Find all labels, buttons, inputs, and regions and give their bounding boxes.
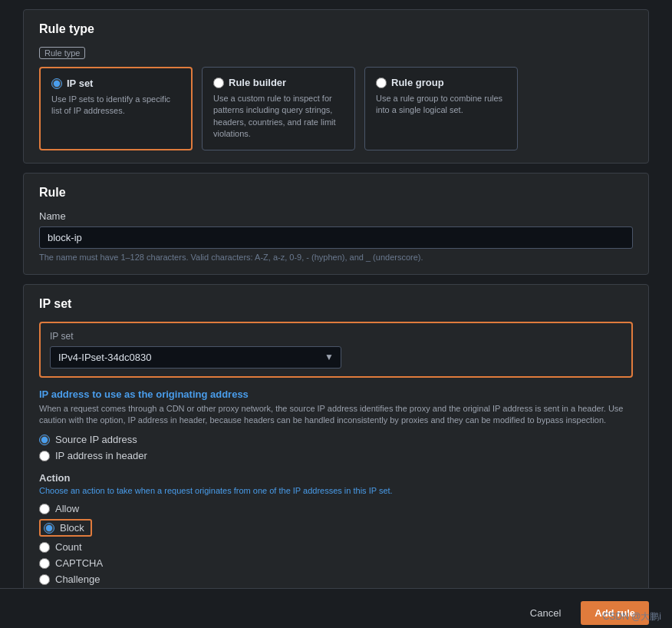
block-radio[interactable] [44, 523, 54, 534]
challenge-radio[interactable] [39, 574, 50, 585]
originating-desc: When a request comes through a CDN or ot… [39, 403, 633, 427]
allow-label: Allow [55, 503, 79, 514]
ip-set-inner-box: IP set IPv4-IPset-34dc0830 ▼ [39, 322, 633, 378]
action-title: Action [39, 472, 633, 484]
originating-section: IP address to use as the originating add… [39, 388, 633, 462]
captcha-label: CAPTCHA [55, 557, 103, 569]
count-label: Count [55, 541, 82, 553]
rule-builder-card-desc: Use a custom rule to inspect for pattern… [213, 93, 344, 140]
name-hint: The name must have 1–128 characters. Val… [39, 253, 633, 262]
source-ip-radio[interactable] [39, 435, 50, 445]
block-radio-box: Block [39, 519, 92, 537]
ip-set-select[interactable]: IPv4-IPset-34dc0830 [50, 346, 341, 369]
header-ip-radio[interactable] [39, 451, 50, 461]
ip-set-card[interactable]: IP set Use IP sets to identify a specifi… [39, 67, 193, 150]
rule-builder-card[interactable]: Rule builder Use a custom rule to inspec… [202, 67, 355, 150]
ip-set-card-desc: Use IP sets to identify a specific list … [51, 94, 180, 117]
source-ip-label: Source IP address [55, 434, 137, 445]
ip-set-select-wrapper: IPv4-IPset-34dc0830 ▼ [50, 346, 341, 369]
count-radio[interactable] [39, 542, 50, 553]
block-label: Block [60, 522, 84, 534]
main-container: Rule type Rule type IP set Use IP sets t… [0, 9, 672, 628]
watermark: CSDN @大鹏i [603, 610, 661, 623]
rule-panel-title: Rule [39, 186, 633, 200]
rule-group-card-title: Rule group [391, 77, 444, 88]
allow-option[interactable]: Allow [39, 503, 633, 514]
rule-builder-radio[interactable] [213, 78, 224, 88]
rule-builder-card-title: Rule builder [229, 77, 286, 88]
count-option[interactable]: Count [39, 541, 633, 553]
rule-group-radio[interactable] [376, 78, 387, 88]
originating-title: IP address to use as the originating add… [39, 388, 633, 400]
ip-set-radio[interactable] [51, 78, 62, 89]
rule-group-radio-row: Rule group [376, 77, 506, 88]
ip-set-card-title: IP set [67, 78, 93, 89]
header-ip-option[interactable]: IP address in header [39, 450, 633, 461]
challenge-option[interactable]: Challenge [39, 573, 633, 585]
allow-radio[interactable] [39, 504, 50, 514]
source-ip-option[interactable]: Source IP address [39, 434, 633, 445]
rule-type-options: IP set Use IP sets to identify a specifi… [39, 67, 633, 150]
ip-set-field-label: IP set [50, 331, 622, 342]
rule-panel: Rule Name The name must have 1–128 chara… [23, 173, 649, 275]
challenge-label: Challenge [55, 573, 100, 585]
rule-type-panel: Rule type Rule type IP set Use IP sets t… [23, 9, 649, 164]
ip-set-panel-title: IP set [39, 297, 633, 311]
block-option[interactable]: Block [39, 519, 633, 537]
footer-bar: Cancel Add rule [0, 588, 672, 628]
header-ip-label: IP address in header [55, 450, 147, 461]
action-section: Action Choose an action to take when a r… [39, 472, 633, 585]
captcha-radio[interactable] [39, 558, 50, 569]
name-field-label: Name [39, 210, 633, 222]
name-input[interactable] [39, 226, 633, 249]
captcha-option[interactable]: CAPTCHA [39, 557, 633, 569]
rule-type-section-label: Rule type [39, 47, 85, 59]
rule-group-card-desc: Use a rule group to combine rules into a… [376, 93, 506, 117]
rule-group-card[interactable]: Rule group Use a rule group to combine r… [364, 67, 518, 150]
rule-type-panel-title: Rule type [39, 22, 633, 36]
action-desc: Choose an action to take when a request … [39, 486, 633, 495]
rule-builder-radio-row: Rule builder [213, 77, 344, 88]
ip-set-radio-row: IP set [51, 78, 180, 89]
ip-set-panel: IP set IP set IPv4-IPset-34dc0830 ▼ IP a… [23, 284, 649, 621]
cancel-button[interactable]: Cancel [521, 603, 570, 623]
